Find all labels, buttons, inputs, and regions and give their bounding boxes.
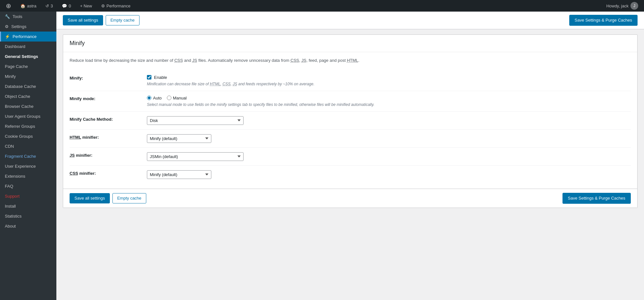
js-minifier-row: JS minifier: JSMin (default) YUI Compres…	[70, 148, 631, 166]
avatar: J	[630, 2, 638, 10]
top-save-all-button[interactable]: Save all settings	[63, 15, 103, 25]
sidebar-item-install[interactable]: Install	[0, 201, 56, 211]
sidebar-settings-label: Settings	[11, 24, 26, 29]
minify-enable-hint: Minification can decrease file size of H…	[147, 82, 631, 86]
minify-mode-hint: Select manual mode to use fields on the …	[147, 102, 631, 107]
sidebar-item-faq[interactable]: FAQ	[0, 181, 56, 191]
performance-icon: ⚡	[5, 34, 10, 39]
sidebar-item-referrer-groups[interactable]: Referrer Groups	[0, 121, 56, 131]
minify-enable-checkbox-row: Enable	[147, 75, 631, 80]
js-minifier-label: JS minifier:	[70, 152, 140, 158]
minify-mode-controls: Auto Manual Select manual mode to use fi…	[147, 96, 631, 107]
sidebar-item-cookie-groups[interactable]: Cookie Groups	[0, 131, 56, 141]
sidebar-item-support[interactable]: Support	[0, 191, 56, 201]
sidebar-support-label: Support	[5, 194, 20, 199]
minify-mode-label: Minify mode:	[70, 96, 140, 101]
new-label: + New	[80, 4, 92, 8]
card-title: Minify	[70, 40, 631, 47]
sidebar-item-page-cache[interactable]: Page Cache	[0, 61, 56, 71]
howdy-label: Howdy, jack	[606, 4, 629, 8]
sidebar-item-about[interactable]: About	[0, 221, 56, 231]
plugin-button[interactable]: ⚙ Performance	[99, 2, 132, 10]
sidebar-item-user-experience[interactable]: User Experience	[0, 161, 56, 171]
card-description: Reduce load time by decreasing the size …	[70, 57, 631, 64]
minify-cache-method-row: Minify Cache Method: Disk Memory Redis M…	[70, 112, 631, 130]
bottom-empty-cache-button[interactable]: Empty cache	[112, 193, 146, 203]
site-name-label: astra	[27, 4, 36, 8]
top-save-settings-purge-button[interactable]: Save Settings & Purge Caches	[569, 15, 638, 26]
minify-mode-row: Minify mode: Auto Manual	[70, 91, 631, 112]
howdy-button[interactable]: Howdy, jack J	[604, 1, 640, 11]
bottom-action-bar-right: Save Settings & Purge Caches	[562, 193, 631, 204]
html-minifier-label: HTML minifier:	[70, 134, 140, 140]
sidebar-statistics-label: Statistics	[5, 214, 22, 219]
minify-cache-method-select[interactable]: Disk Memory Redis Memcached	[147, 116, 244, 125]
sidebar-item-browser-cache[interactable]: Browser Cache	[0, 101, 56, 111]
minify-cache-method-label: Minify Cache Method:	[70, 116, 140, 122]
sidebar-cdn-label: CDN	[5, 144, 14, 149]
sidebar-item-minify[interactable]: Minify	[0, 71, 56, 81]
js-minifier-select[interactable]: JSMin (default) YUI Compressor Google Cl…	[147, 152, 244, 161]
sidebar-item-tools[interactable]: 🔧 Tools	[0, 12, 56, 22]
main-content: Save all settings Empty cache Save Setti…	[56, 12, 644, 300]
sidebar-item-fragment-cache[interactable]: Fragment Cache	[0, 151, 56, 161]
minify-mode-auto-radio[interactable]	[147, 96, 151, 100]
comments-count: 0	[69, 4, 71, 8]
sidebar-item-database-cache[interactable]: Database Cache	[0, 81, 56, 91]
comments-icon: 💬	[62, 4, 67, 8]
sidebar-item-object-cache[interactable]: Object Cache	[0, 91, 56, 101]
sidebar-fragment-cache-label: Fragment Cache	[5, 154, 36, 159]
site-name-button[interactable]: 🏠 astra	[18, 2, 38, 10]
sidebar-general-settings-label: General Settings	[5, 54, 38, 59]
revisions-button[interactable]: ↺ 3	[43, 2, 55, 10]
minify-card: Minify Reduce load time by decreasing th…	[63, 34, 638, 208]
top-action-bar: Save all settings Empty cache Save Setti…	[56, 12, 644, 29]
html-minifier-select[interactable]: Minify (default) HTML Tidy None	[147, 134, 211, 143]
plugin-label: Performance	[107, 4, 130, 8]
minify-mode-auto-option: Auto	[147, 96, 162, 100]
sidebar-item-statistics[interactable]: Statistics	[0, 211, 56, 221]
html-minifier-row: HTML minifier: Minify (default) HTML Tid…	[70, 130, 631, 148]
revisions-count: 3	[51, 4, 53, 8]
sidebar-cookie-groups-label: Cookie Groups	[5, 134, 33, 139]
sidebar-database-cache-label: Database Cache	[5, 84, 36, 89]
top-action-bar-right: Save Settings & Purge Caches	[569, 15, 638, 26]
minify-mode-manual-label: Manual	[173, 96, 187, 100]
js-minifier-controls: JSMin (default) YUI Compressor Google Cl…	[147, 152, 631, 161]
css-minifier-controls: Minify (default) YUI Compressor None	[147, 170, 631, 179]
sidebar-faq-label: FAQ	[5, 184, 13, 189]
css-minifier-select[interactable]: Minify (default) YUI Compressor None	[147, 170, 211, 179]
card-body: Reduce load time by decreasing the size …	[63, 52, 637, 189]
sidebar-item-settings[interactable]: ⚙ Settings	[0, 22, 56, 32]
wp-logo-button[interactable]: ⊕	[4, 1, 13, 11]
admin-bar-right: Howdy, jack J	[604, 1, 640, 11]
comments-button[interactable]: 💬 0	[60, 2, 73, 10]
minify-mode-manual-radio[interactable]	[167, 96, 171, 100]
sidebar-tools-label: Tools	[13, 14, 22, 19]
bottom-save-settings-purge-button[interactable]: Save Settings & Purge Caches	[562, 193, 631, 204]
sidebar-item-dashboard[interactable]: Dashboard	[0, 42, 56, 52]
minify-mode-radio-row: Auto Manual	[147, 96, 631, 100]
settings-icon: ⚙	[5, 24, 9, 29]
sidebar-item-performance[interactable]: ⚡ Performance	[0, 32, 56, 42]
sidebar-item-user-agent-groups[interactable]: User Agent Groups	[0, 111, 56, 121]
sidebar-item-general-settings[interactable]: General Settings	[0, 52, 56, 61]
sidebar-performance-label: Performance	[13, 34, 36, 39]
wp-logo-icon: ⊕	[6, 2, 11, 10]
sidebar: 🔧 Tools ⚙ Settings ⚡ Performance Dashboa…	[0, 12, 56, 300]
sidebar-extensions-label: Extensions	[5, 174, 25, 179]
sidebar-item-cdn[interactable]: CDN	[0, 141, 56, 151]
sidebar-user-experience-label: User Experience	[5, 164, 36, 169]
sidebar-about-label: About	[5, 224, 16, 229]
sidebar-item-extensions[interactable]: Extensions	[0, 171, 56, 181]
card-header: Minify	[63, 35, 637, 52]
minify-enable-checkbox[interactable]	[147, 75, 151, 80]
bottom-save-all-button[interactable]: Save all settings	[70, 193, 110, 203]
minify-mode-manual-option: Manual	[167, 96, 187, 100]
minify-enable-controls: Enable Minification can decrease file si…	[147, 75, 631, 86]
new-content-button[interactable]: + New	[78, 2, 94, 10]
top-empty-cache-button[interactable]: Empty cache	[106, 15, 139, 25]
sidebar-minify-label: Minify	[5, 74, 16, 79]
sidebar-object-cache-label: Object Cache	[5, 94, 30, 99]
minify-enable-row: Minify: Enable Minification can decrease…	[70, 70, 631, 91]
